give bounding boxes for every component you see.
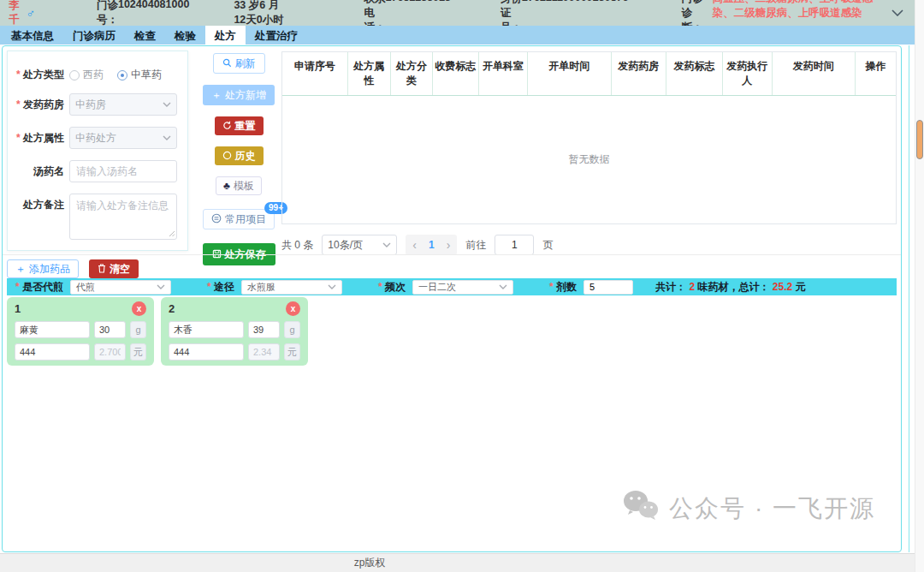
radio-circle-icon [117, 70, 127, 80]
col-attr: 处方属性 [348, 52, 391, 95]
close-icon[interactable]: x [286, 301, 300, 316]
dose-label: 剂数 [549, 280, 577, 295]
drug-qty-input[interactable] [94, 321, 126, 338]
template-button[interactable]: ♣ 模板 [216, 176, 262, 195]
decoct-label: 是否代煎 [15, 280, 63, 295]
chevron-down-icon [163, 102, 171, 107]
tab-treatment[interactable]: 处置治疗 [246, 26, 307, 45]
col-operation: 操作 [856, 52, 896, 95]
drug-code-input[interactable] [15, 343, 90, 360]
col-charge-flag: 收费标志 [433, 52, 479, 95]
tab-prescription[interactable]: 处方 [205, 26, 246, 45]
totals-summary: 共计： 2 味药材，总计： 25.2 元 [655, 280, 805, 295]
search-icon [222, 58, 232, 69]
decoct-select[interactable]: 代煎 [70, 280, 171, 295]
page-size-value: 10条/页 [328, 238, 363, 253]
remark-textarea[interactable] [69, 194, 177, 240]
sum-unit-label: 元 [795, 281, 805, 293]
tab-lab-test[interactable]: 检验 [165, 26, 205, 45]
plus-icon: ＋ [211, 90, 222, 100]
decoction-name-input[interactable] [69, 160, 177, 182]
route-select-value: 水煎服 [247, 281, 275, 294]
radio-western-medicine[interactable]: 西药 [69, 68, 104, 82]
attr-select[interactable]: 中药处方 [69, 127, 177, 149]
dose-input[interactable] [583, 280, 633, 295]
close-icon[interactable]: x [132, 301, 146, 316]
wechat-icon [621, 489, 660, 527]
prev-page-icon[interactable]: ‹ [409, 238, 420, 252]
empty-table-placeholder: 暂无数据 [282, 96, 896, 223]
sum-label: 共计： [655, 281, 686, 293]
attr-select-value: 中药处方 [75, 131, 116, 146]
drug-index: 2 [169, 302, 175, 315]
route-label: 途径 [207, 280, 234, 295]
frequency-select[interactable]: 一日二次 [412, 280, 513, 295]
visit-number-value: 102404081000 [118, 0, 189, 27]
male-gender-icon: ♂ [26, 6, 35, 20]
add-prescription-button[interactable]: ＋ 处方新增 [203, 85, 275, 105]
drug-code-input[interactable] [169, 343, 244, 360]
unit-yuan-label: 元 [130, 343, 146, 360]
drug-name-input[interactable] [169, 321, 244, 338]
sum-mid-label: 味药材，总计： [697, 281, 769, 293]
col-order-time: 开单时间 [528, 52, 611, 95]
goto-page-input[interactable] [495, 235, 534, 255]
pharmacy-select[interactable]: 中药房 [69, 93, 177, 116]
current-page[interactable]: 1 [429, 239, 435, 251]
route-select[interactable]: 水煎服 [241, 280, 342, 295]
page-unit-label: 页 [542, 238, 553, 253]
refresh-label: 刷新 [235, 58, 256, 69]
drug-toolbar: ＋ 添加药品 清空 [7, 259, 139, 278]
plus-icon: ＋ [15, 264, 26, 274]
add-drug-label: 添加药品 [29, 264, 70, 274]
drug-index: 1 [15, 302, 21, 315]
table-header-row: 申请序号 处方属性 处方分类 收费标志 开单科室 开单时间 发药药房 发药标志 … [282, 52, 896, 96]
tab-basic-info[interactable]: 基本信息 [2, 26, 63, 45]
history-button[interactable]: 历史 [215, 146, 264, 165]
col-order-dept: 开单科室 [479, 52, 528, 95]
common-items-button[interactable]: 常用项目 99+ [203, 209, 275, 229]
drug-qty-input[interactable] [248, 321, 280, 338]
list-circle-icon [211, 213, 222, 225]
refresh-button[interactable]: 刷新 [213, 53, 265, 74]
drug-name-input[interactable] [15, 321, 90, 338]
scrollbar-thumb[interactable] [916, 120, 923, 159]
main-tab-bar: 基本信息 门诊病历 检查 检验 处方 处置治疗 [0, 26, 924, 45]
reset-button[interactable]: 重置 [215, 116, 264, 135]
watermark: 公众号 · 一飞开源 [621, 489, 875, 527]
footer-bar: zp版权 [0, 553, 924, 572]
drug-price-input [248, 343, 280, 360]
chevron-down-icon[interactable] [891, 9, 903, 16]
prescription-form: 处方类型 西药 中草药 发药药房 中药房 处方属性 中药处方 [7, 51, 188, 251]
col-dispense-operator: 发药执行人 [723, 52, 772, 95]
tab-examination[interactable]: 检查 [125, 26, 165, 45]
type-label: 处方类型 [8, 63, 64, 82]
pagination-bar: 共 0 条 10条/页 ‹ 1 › 前往 页 [281, 235, 897, 255]
frequency-label: 频次 [378, 280, 406, 295]
next-page-icon[interactable]: › [443, 238, 454, 252]
chevron-down-icon [163, 135, 171, 140]
pager: ‹ 1 › [406, 235, 457, 255]
decoct-select-value: 代煎 [76, 281, 95, 294]
remark-label: 处方备注 [8, 194, 64, 212]
add-drug-button[interactable]: ＋ 添加药品 [7, 259, 79, 278]
chevron-down-icon [328, 284, 336, 289]
pharmacy-select-value: 中药房 [75, 98, 106, 112]
page-size-select[interactable]: 10条/页 [322, 235, 397, 255]
reset-label: 重置 [235, 121, 256, 131]
pharmacy-label: 发药药房 [8, 93, 64, 112]
clock-icon [222, 151, 232, 162]
radio-chinese-herbal[interactable]: 中草药 [117, 68, 162, 82]
watermark-text: 公众号 · 一飞开源 [669, 492, 875, 525]
clear-button[interactable]: 清空 [89, 259, 139, 278]
clear-label: 清空 [110, 264, 130, 274]
goto-label: 前往 [465, 238, 486, 253]
section-divider [3, 254, 901, 255]
patient-info-bar: 李千 ♂ 门诊号： 102404081000 33 岁6 月12天0小时 联系电… [0, 0, 924, 26]
unit-yuan-label: 元 [284, 343, 300, 360]
template-label: 模板 [234, 181, 254, 191]
tab-outpatient-record[interactable]: 门诊病历 [63, 26, 125, 45]
total-price: 25.2 [773, 281, 792, 293]
vertical-scrollbar[interactable] [915, 0, 924, 572]
trash-icon [98, 264, 106, 275]
